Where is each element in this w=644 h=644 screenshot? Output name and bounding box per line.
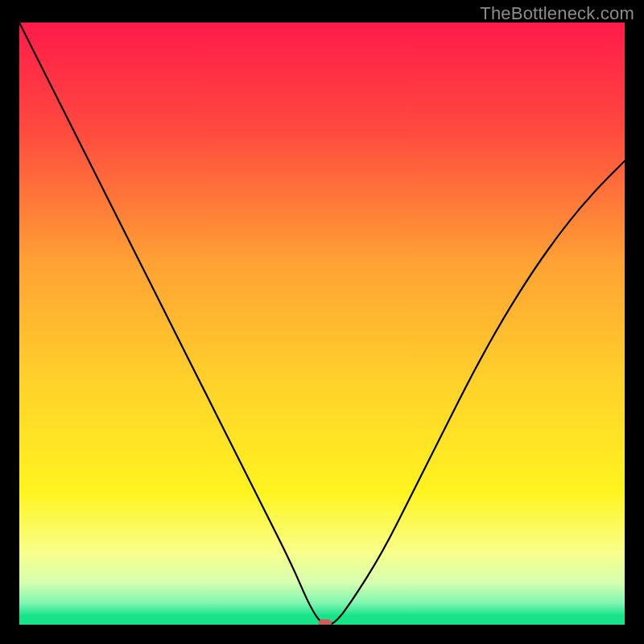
chart-plot-area [19, 23, 625, 625]
chart-svg [19, 23, 625, 625]
result-marker [318, 619, 332, 625]
chart-background [19, 23, 625, 625]
watermark-label: TheBottleneck.com [480, 3, 634, 24]
chart-frame: TheBottleneck.com [0, 0, 644, 644]
